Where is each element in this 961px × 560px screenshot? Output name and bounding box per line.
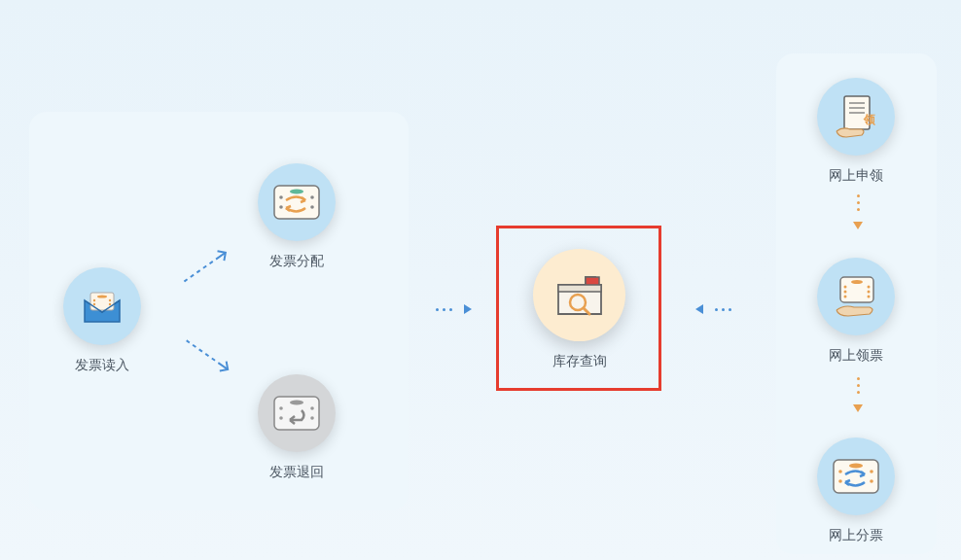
svg-point-14: [279, 406, 283, 410]
svg-point-1: [97, 296, 107, 298]
node-invoice-distribute[interactable]: 发票分配: [258, 163, 336, 270]
node-label: 发票读入: [75, 357, 129, 374]
node-label: 网上分票: [829, 527, 883, 544]
arrow-to-center-right: [436, 304, 472, 314]
svg-point-40: [870, 470, 873, 473]
arrow-to-center-left: [695, 304, 731, 314]
node-label: 网上申领: [829, 167, 883, 185]
svg-rect-21: [558, 285, 601, 292]
node-online-apply[interactable]: 领 网上申领: [817, 78, 895, 185]
document-hand-icon: 领: [817, 78, 895, 156]
svg-point-32: [868, 286, 871, 289]
svg-point-16: [279, 416, 283, 420]
svg-point-36: [868, 296, 871, 298]
svg-point-5: [109, 303, 111, 305]
invoice-envelope-icon: [63, 267, 141, 345]
svg-line-18: [184, 260, 216, 282]
svg-point-8: [279, 195, 283, 199]
node-invoice-return[interactable]: 发票退回: [258, 374, 336, 481]
svg-point-9: [310, 195, 314, 199]
ticket-hand-icon: [817, 258, 895, 335]
arrow-down-1: [853, 194, 863, 229]
svg-point-17: [310, 416, 314, 420]
invoice-swap-icon: [258, 163, 336, 241]
inventory-search-icon: [533, 249, 625, 341]
node-label: 网上领票: [829, 347, 883, 365]
node-inventory-query[interactable]: 库存查询: [533, 249, 625, 370]
svg-point-2: [93, 299, 95, 301]
svg-point-11: [310, 205, 314, 209]
svg-point-34: [868, 291, 871, 294]
svg-point-7: [290, 190, 303, 194]
node-invoice-read-in[interactable]: 发票读入: [63, 267, 141, 374]
arrow-down-2: [853, 377, 863, 412]
svg-point-30: [851, 280, 863, 284]
node-label: 发票退回: [269, 464, 324, 481]
svg-point-41: [838, 479, 842, 483]
ticket-split-icon: [817, 438, 895, 515]
svg-point-13: [290, 401, 303, 405]
svg-point-42: [870, 479, 873, 483]
svg-point-10: [279, 205, 283, 209]
node-label: 库存查询: [552, 353, 607, 370]
svg-point-31: [844, 286, 847, 289]
svg-point-4: [93, 303, 95, 305]
node-online-split[interactable]: 网上分票: [817, 438, 895, 544]
svg-point-15: [310, 406, 314, 410]
node-online-receive[interactable]: 网上领票: [817, 258, 895, 365]
svg-point-33: [844, 291, 847, 294]
svg-point-35: [844, 296, 847, 298]
node-label: 发票分配: [269, 253, 324, 270]
invoice-back-icon: [258, 374, 336, 452]
svg-text:领: 领: [863, 113, 876, 126]
svg-point-38: [849, 464, 863, 469]
svg-point-39: [838, 470, 842, 473]
svg-point-3: [109, 299, 111, 301]
